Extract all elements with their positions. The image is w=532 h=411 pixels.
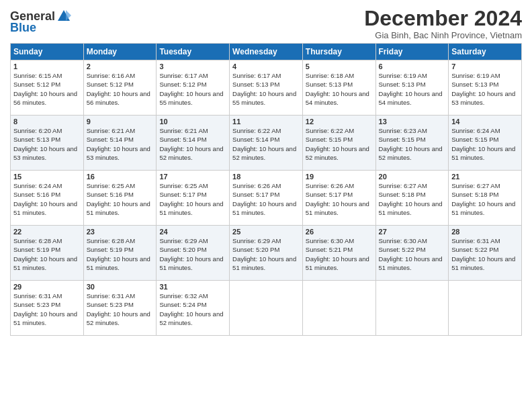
calendar-cell <box>302 281 375 336</box>
day-number: 17 <box>159 173 226 181</box>
logo: General Blue <box>10 9 71 35</box>
calendar-cell: 2Sunrise: 6:16 AMSunset: 5:12 PMDaylight… <box>83 60 157 116</box>
calendar-cell: 31Sunrise: 6:32 AMSunset: 5:24 PMDayligh… <box>157 281 230 336</box>
calendar-cell: 22Sunrise: 6:28 AMSunset: 5:19 PMDayligh… <box>11 226 84 281</box>
day-info: Sunrise: 6:31 AMSunset: 5:22 PMDaylight:… <box>451 236 519 272</box>
day-number: 14 <box>451 118 519 126</box>
day-info: Sunrise: 6:17 AMSunset: 5:13 PMDaylight:… <box>232 71 300 107</box>
day-info: Sunrise: 6:22 AMSunset: 5:14 PMDaylight:… <box>232 126 300 162</box>
day-number: 3 <box>159 62 226 71</box>
day-number: 28 <box>451 228 519 236</box>
header: General Blue December 2024 Gia Binh, Bac… <box>10 7 522 40</box>
calendar-cell: 27Sunrise: 6:30 AMSunset: 5:22 PMDayligh… <box>375 226 449 281</box>
calendar-cell: 30Sunrise: 6:31 AMSunset: 5:23 PMDayligh… <box>83 281 157 336</box>
calendar-cell: 9Sunrise: 6:21 AMSunset: 5:14 PMDaylight… <box>83 116 157 171</box>
calendar-cell: 29Sunrise: 6:31 AMSunset: 5:23 PMDayligh… <box>11 281 84 336</box>
day-info: Sunrise: 6:28 AMSunset: 5:19 PMDaylight:… <box>13 236 81 272</box>
calendar-week-4: 22Sunrise: 6:28 AMSunset: 5:19 PMDayligh… <box>11 226 522 281</box>
day-info: Sunrise: 6:21 AMSunset: 5:14 PMDaylight:… <box>87 126 154 162</box>
day-info: Sunrise: 6:16 AMSunset: 5:12 PMDaylight:… <box>87 71 154 107</box>
month-title: December 2024 <box>364 7 522 30</box>
day-info: Sunrise: 6:25 AMSunset: 5:16 PMDaylight:… <box>87 181 154 217</box>
day-number: 5 <box>306 62 373 71</box>
day-number: 6 <box>379 62 446 71</box>
calendar-cell: 20Sunrise: 6:27 AMSunset: 5:18 PMDayligh… <box>375 171 449 226</box>
logo-icon <box>56 9 71 24</box>
calendar-cell: 26Sunrise: 6:30 AMSunset: 5:21 PMDayligh… <box>302 226 375 281</box>
day-info: Sunrise: 6:28 AMSunset: 5:19 PMDaylight:… <box>87 236 154 272</box>
day-number: 11 <box>232 118 300 126</box>
calendar-cell: 15Sunrise: 6:24 AMSunset: 5:16 PMDayligh… <box>11 171 84 226</box>
day-info: Sunrise: 6:30 AMSunset: 5:22 PMDaylight:… <box>379 236 446 272</box>
calendar-cell: 13Sunrise: 6:23 AMSunset: 5:15 PMDayligh… <box>375 116 449 171</box>
page-container: General Blue December 2024 Gia Binh, Bac… <box>0 0 532 339</box>
day-number: 20 <box>379 173 446 181</box>
calendar-cell: 14Sunrise: 6:24 AMSunset: 5:15 PMDayligh… <box>449 116 522 171</box>
calendar-cell <box>230 281 303 336</box>
calendar-cell: 10Sunrise: 6:21 AMSunset: 5:14 PMDayligh… <box>157 116 230 171</box>
day-number: 23 <box>87 228 154 236</box>
day-number: 29 <box>13 283 81 291</box>
calendar-cell: 7Sunrise: 6:19 AMSunset: 5:13 PMDaylight… <box>449 60 522 116</box>
calendar-cell: 24Sunrise: 6:29 AMSunset: 5:20 PMDayligh… <box>157 226 230 281</box>
day-number: 26 <box>306 228 373 236</box>
calendar-week-2: 8Sunrise: 6:20 AMSunset: 5:13 PMDaylight… <box>11 116 522 171</box>
day-number: 30 <box>87 283 154 291</box>
calendar-cell: 5Sunrise: 6:18 AMSunset: 5:13 PMDaylight… <box>302 60 375 116</box>
day-number: 31 <box>159 283 226 291</box>
day-number: 22 <box>13 228 81 236</box>
day-number: 18 <box>232 173 300 181</box>
calendar-cell <box>375 281 449 336</box>
day-info: Sunrise: 6:31 AMSunset: 5:23 PMDaylight:… <box>87 291 154 327</box>
calendar-cell: 16Sunrise: 6:25 AMSunset: 5:16 PMDayligh… <box>83 171 157 226</box>
calendar-cell: 21Sunrise: 6:27 AMSunset: 5:18 PMDayligh… <box>449 171 522 226</box>
header-row: Sunday Monday Tuesday Wednesday Thursday… <box>11 44 522 60</box>
day-info: Sunrise: 6:20 AMSunset: 5:13 PMDaylight:… <box>13 126 81 162</box>
day-info: Sunrise: 6:15 AMSunset: 5:12 PMDaylight:… <box>13 71 81 107</box>
day-info: Sunrise: 6:26 AMSunset: 5:17 PMDaylight:… <box>232 181 300 217</box>
calendar-week-1: 1Sunrise: 6:15 AMSunset: 5:12 PMDaylight… <box>11 60 522 116</box>
calendar-cell: 1Sunrise: 6:15 AMSunset: 5:12 PMDaylight… <box>11 60 84 116</box>
day-number: 15 <box>13 173 81 181</box>
day-info: Sunrise: 6:21 AMSunset: 5:14 PMDaylight:… <box>159 126 226 162</box>
day-info: Sunrise: 6:18 AMSunset: 5:13 PMDaylight:… <box>306 71 373 107</box>
col-wednesday: Wednesday <box>230 44 303 60</box>
day-number: 1 <box>13 62 81 71</box>
col-sunday: Sunday <box>11 44 84 60</box>
day-number: 4 <box>232 62 300 71</box>
calendar-cell: 23Sunrise: 6:28 AMSunset: 5:19 PMDayligh… <box>83 226 157 281</box>
day-info: Sunrise: 6:19 AMSunset: 5:13 PMDaylight:… <box>379 71 446 107</box>
calendar-cell: 8Sunrise: 6:20 AMSunset: 5:13 PMDaylight… <box>11 116 84 171</box>
day-info: Sunrise: 6:26 AMSunset: 5:17 PMDaylight:… <box>306 181 373 217</box>
day-info: Sunrise: 6:30 AMSunset: 5:21 PMDaylight:… <box>306 236 373 272</box>
col-thursday: Thursday <box>302 44 375 60</box>
day-info: Sunrise: 6:23 AMSunset: 5:15 PMDaylight:… <box>379 126 446 162</box>
calendar-cell: 6Sunrise: 6:19 AMSunset: 5:13 PMDaylight… <box>375 60 449 116</box>
day-number: 27 <box>379 228 446 236</box>
day-info: Sunrise: 6:19 AMSunset: 5:13 PMDaylight:… <box>451 71 519 107</box>
col-saturday: Saturday <box>449 44 522 60</box>
calendar-week-3: 15Sunrise: 6:24 AMSunset: 5:16 PMDayligh… <box>11 171 522 226</box>
calendar-cell: 18Sunrise: 6:26 AMSunset: 5:17 PMDayligh… <box>230 171 303 226</box>
calendar-cell: 3Sunrise: 6:17 AMSunset: 5:12 PMDaylight… <box>157 60 230 116</box>
day-number: 21 <box>451 173 519 181</box>
col-friday: Friday <box>375 44 449 60</box>
calendar-cell: 19Sunrise: 6:26 AMSunset: 5:17 PMDayligh… <box>302 171 375 226</box>
calendar-cell <box>449 281 522 336</box>
calendar-table: Sunday Monday Tuesday Wednesday Thursday… <box>10 43 522 336</box>
day-number: 12 <box>306 118 373 126</box>
calendar-cell: 17Sunrise: 6:25 AMSunset: 5:17 PMDayligh… <box>157 171 230 226</box>
day-number: 7 <box>451 62 519 71</box>
col-tuesday: Tuesday <box>157 44 230 60</box>
logo-blue: Blue <box>10 21 36 35</box>
day-number: 10 <box>159 118 226 126</box>
calendar-cell: 11Sunrise: 6:22 AMSunset: 5:14 PMDayligh… <box>230 116 303 171</box>
calendar-cell: 28Sunrise: 6:31 AMSunset: 5:22 PMDayligh… <box>449 226 522 281</box>
day-number: 19 <box>306 173 373 181</box>
title-block: December 2024 Gia Binh, Bac Ninh Provinc… <box>364 7 522 40</box>
day-info: Sunrise: 6:29 AMSunset: 5:20 PMDaylight:… <box>232 236 300 272</box>
day-number: 16 <box>87 173 154 181</box>
day-info: Sunrise: 6:31 AMSunset: 5:23 PMDaylight:… <box>13 291 81 327</box>
day-info: Sunrise: 6:27 AMSunset: 5:18 PMDaylight:… <box>379 181 446 217</box>
day-info: Sunrise: 6:24 AMSunset: 5:15 PMDaylight:… <box>451 126 519 162</box>
